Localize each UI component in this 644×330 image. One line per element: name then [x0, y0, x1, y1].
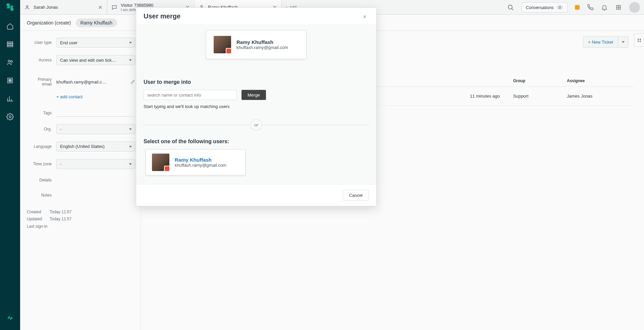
divider-or: or [144, 119, 369, 130]
section-select-users: Select one of the following users: [144, 139, 369, 145]
candidate-user-name[interactable]: Ramy Khuffash [175, 157, 226, 163]
user-merge-modal: User merge × Ramy Khuffash khuffash.ramy… [136, 7, 377, 206]
merge-search-input[interactable] [144, 90, 237, 100]
modal-body: Ramy Khuffash khuffash.ramy@gmail.com Us… [136, 24, 376, 184]
modal-footer: Cancel [136, 184, 376, 206]
section-merge-into: User to merge into [144, 79, 369, 85]
avatar [152, 154, 169, 171]
candidate-user-email: khuffash.ramy@gmail.com [175, 163, 226, 168]
merge-button[interactable]: Merge [241, 90, 266, 100]
primary-user-email: khuffash.ramy@gmail.com [236, 45, 288, 50]
candidate-user-card[interactable]: Ramy Khuffash khuffash.ramy@gmail.com [146, 149, 246, 175]
merge-hint: Start typing and we'll look up matching … [144, 104, 369, 109]
or-badge: or [250, 119, 262, 130]
primary-user-name: Ramy Khuffash [236, 39, 288, 45]
primary-user-card: Ramy Khuffash khuffash.ramy@gmail.com [206, 30, 307, 59]
modal-title: User merge [144, 12, 180, 20]
modal-header: User merge × [136, 8, 376, 24]
cancel-button[interactable]: Cancel [343, 190, 369, 201]
avatar [214, 36, 231, 53]
modal-close-icon[interactable]: × [363, 13, 369, 19]
